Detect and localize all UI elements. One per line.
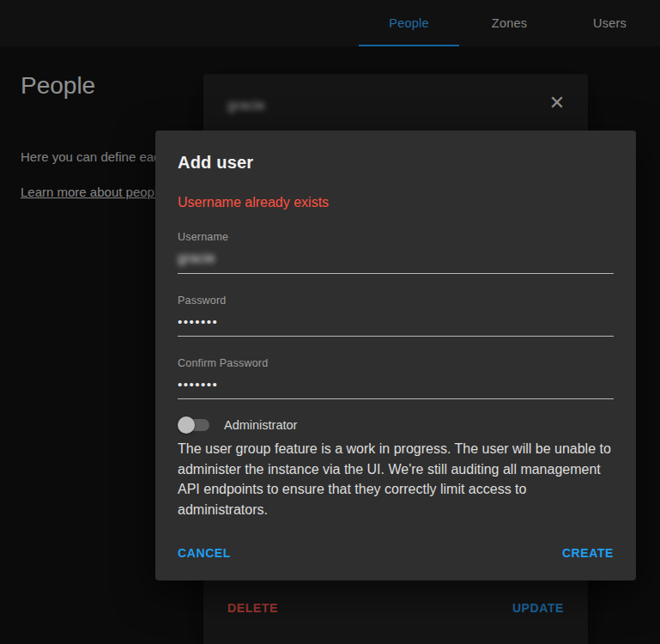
cancel-button[interactable]: CANCEL — [178, 546, 231, 560]
password-input[interactable]: ••••••• — [178, 314, 614, 337]
username-field: Username gracie — [178, 231, 614, 274]
error-message: Username already exists — [178, 195, 614, 210]
password-label: Password — [178, 295, 614, 307]
add-user-dialog: Add user Username already exists Usernam… — [155, 131, 636, 580]
confirm-password-input[interactable]: ••••••• — [178, 377, 614, 399]
confirm-password-label: Confirm Password — [178, 357, 614, 369]
confirm-password-field: Confirm Password ••••••• — [178, 357, 614, 399]
dialog-actions: CANCEL CREATE — [178, 546, 614, 563]
toggle-knob — [178, 416, 195, 434]
administrator-label: Administrator — [224, 418, 297, 432]
create-button[interactable]: CREATE — [562, 546, 614, 560]
dialog-title: Add user — [178, 153, 614, 173]
administrator-note: The user group feature is a work in prog… — [178, 439, 614, 519]
administrator-toggle[interactable] — [178, 416, 212, 434]
username-value: gracie — [178, 251, 215, 266]
administrator-toggle-row: Administrator — [178, 416, 614, 434]
username-label: Username — [178, 231, 614, 243]
password-field: Password ••••••• — [178, 295, 614, 337]
username-input[interactable]: gracie — [178, 251, 614, 274]
